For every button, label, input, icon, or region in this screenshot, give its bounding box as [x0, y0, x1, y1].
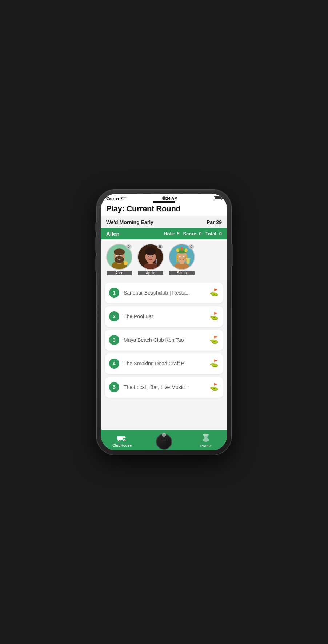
score-stat: Score: 0 — [183, 231, 201, 236]
svg-text:⛳: ⛳ — [209, 335, 219, 344]
players-section: 0 Allen — [101, 239, 227, 280]
course-num-2: 2 — [109, 311, 119, 321]
svg-point-22 — [152, 256, 153, 256]
phone-device: Carrier ▾〰 2:24 AM Play: Current Round W… — [97, 190, 231, 455]
course-name-5: The Local | Bar, Live Music... — [124, 384, 205, 390]
apple-label: Apple — [138, 271, 163, 275]
course-name-1: Sandbar Beachclub | Resta... — [124, 290, 205, 296]
page-title-section: Play: Current Round — [101, 202, 227, 216]
svg-point-55 — [203, 438, 209, 442]
svg-point-9 — [117, 255, 118, 256]
course-name-3: Maya Beach Club Koh Tao — [124, 337, 205, 343]
svg-point-50 — [124, 440, 124, 440]
player-sarah[interactable]: 0 Sarah — [169, 244, 195, 275]
profile-icon — [201, 433, 211, 443]
play-icon — [159, 433, 169, 443]
golf-icon-3: ⛳ — [209, 335, 219, 345]
course-num-5: 5 — [109, 382, 119, 392]
svg-rect-12 — [127, 262, 128, 264]
player-stats: Hole: 5 Score: 0 Total: 0 — [164, 231, 222, 236]
tab-clubhouse[interactable]: ClubHouse — [101, 433, 143, 447]
course-item-4[interactable]: 4 The Smoking Dead Craft B... ⛳ — [105, 353, 223, 374]
svg-rect-46 — [117, 436, 123, 440]
svg-rect-11 — [124, 261, 127, 265]
svg-point-38 — [184, 256, 184, 256]
carrier-info: Carrier ▾〰 — [106, 196, 126, 201]
player-apple[interactable]: 0 Apple — [137, 244, 164, 275]
status-bar: Carrier ▾〰 2:24 AM — [101, 194, 227, 202]
sarah-score: 0 — [188, 244, 194, 249]
hole-stat: Hole: 5 — [164, 231, 179, 236]
tab-profile-label: Profile — [200, 444, 212, 448]
golf-icon-1: ⛳ — [209, 288, 219, 298]
allen-label: Allen — [107, 271, 132, 275]
wifi-icon: ▾〰 — [121, 196, 126, 200]
course-name-4: The Smoking Dead Craft B... — [124, 361, 205, 366]
svg-point-6 — [114, 248, 125, 255]
svg-point-37 — [180, 256, 180, 256]
course-item-5[interactable]: 5 The Local | Bar, Live Music... ⛳ — [105, 377, 223, 398]
svg-text:⛳: ⛳ — [209, 382, 219, 391]
course-list: 1 Sandbar Beachclub | Resta... ⛳ 2 The P… — [101, 280, 227, 430]
svg-rect-24 — [155, 264, 157, 264]
course-item-3[interactable]: 3 Maya Beach Club Koh Tao ⛳ — [105, 330, 223, 351]
golf-icon-2: ⛳ — [209, 311, 219, 322]
svg-text:⛳: ⛳ — [209, 359, 219, 367]
course-name-2: The Pool Bar — [124, 313, 205, 319]
page-title: Play: Current Round — [106, 204, 222, 214]
svg-rect-58 — [203, 434, 209, 436]
course-num-4: 4 — [109, 359, 119, 369]
svg-rect-40 — [186, 258, 190, 259]
course-item-1[interactable]: 1 Sandbar Beachclub | Resta... ⛳ — [105, 283, 223, 303]
tab-profile[interactable]: Profile — [185, 433, 227, 448]
svg-text:⛳: ⛳ — [209, 288, 219, 296]
course-item-2[interactable]: 2 The Pool Bar ⛳ — [105, 306, 223, 327]
svg-point-34 — [183, 248, 185, 251]
svg-point-10 — [121, 255, 122, 256]
svg-point-48 — [119, 440, 119, 440]
svg-rect-39 — [187, 259, 190, 263]
golf-icon-5: ⛳ — [209, 382, 219, 393]
total-stat: Total: 0 — [205, 231, 222, 236]
phone-screen: Carrier ▾〰 2:24 AM Play: Current Round W… — [101, 194, 227, 450]
golf-icon-4: ⛳ — [209, 359, 219, 369]
course-num-1: 1 — [109, 288, 119, 298]
svg-text:⛳: ⛳ — [209, 312, 219, 320]
allen-score: 0 — [126, 244, 132, 249]
course-num-3: 3 — [109, 335, 119, 345]
sarah-label: Sarah — [169, 271, 195, 275]
player-allen[interactable]: 0 Allen — [106, 244, 132, 275]
svg-point-21 — [148, 256, 149, 256]
svg-point-33 — [179, 248, 181, 251]
tab-clubhouse-label: ClubHouse — [112, 443, 132, 447]
apple-score: 0 — [157, 244, 163, 249]
active-player-name: Allen — [106, 231, 120, 237]
carrier-label: Carrier — [106, 196, 119, 201]
player-bar: Allen Hole: 5 Score: 0 Total: 0 — [101, 228, 227, 239]
sub-header: We'd Morning Early Par 29 — [101, 216, 227, 228]
svg-point-52 — [162, 433, 166, 437]
battery-icon — [214, 196, 222, 200]
svg-point-18 — [147, 247, 154, 252]
par-label: Par 29 — [207, 219, 222, 225]
round-title: We'd Morning Early — [106, 219, 153, 225]
status-time: 2:24 AM — [163, 196, 178, 201]
clubhouse-icon — [117, 433, 127, 443]
